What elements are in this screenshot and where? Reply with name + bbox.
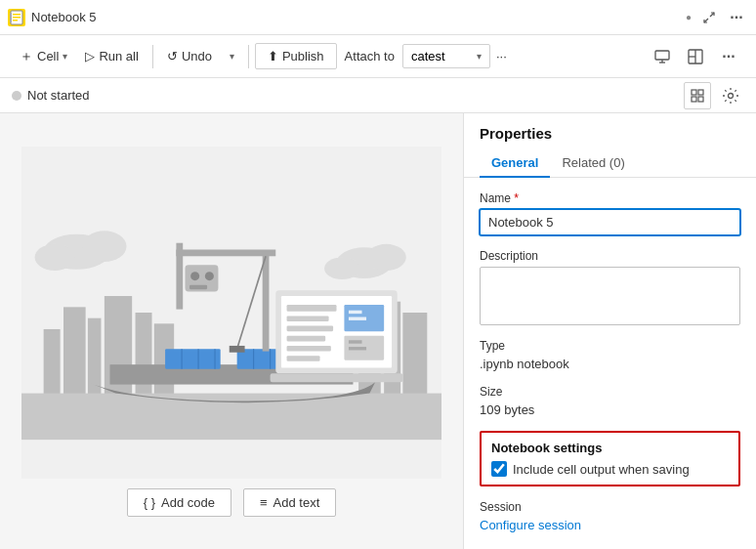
svg-rect-20 [63, 307, 86, 396]
svg-point-65 [205, 272, 214, 280]
svg-rect-1 [13, 14, 21, 16]
undo-button[interactable]: ↺ Undo [159, 44, 220, 68]
svg-rect-7 [655, 51, 669, 60]
undo-more-arrow: ▾ [230, 51, 234, 62]
svg-point-64 [190, 272, 199, 280]
properties-content: Name * Description Type .ipynb notebook … [464, 178, 756, 546]
main-content: { } Add code ≡ Add text Properties Gener… [0, 113, 756, 549]
tab-general[interactable]: General [480, 149, 550, 178]
cell-button[interactable]: ＋ Cell ▾ [12, 43, 75, 70]
run-icon: ▷ [85, 49, 95, 63]
add-code-button[interactable]: { } Add code [127, 488, 231, 517]
notebook-canvas [21, 147, 441, 479]
svg-rect-47 [230, 345, 245, 352]
type-label: Type [480, 339, 740, 353]
status-bar: Not started [0, 78, 756, 113]
undo-icon: ↺ [167, 49, 178, 63]
svg-rect-3 [13, 20, 18, 21]
cell-buttons-row: { } Add code ≡ Add text [127, 488, 337, 517]
description-label: Description [480, 249, 740, 263]
more-dots-icon: ··· [496, 49, 507, 63]
divider-1 [152, 45, 153, 68]
include-output-label: Include cell output when saving [513, 462, 690, 477]
svg-point-32 [366, 243, 406, 270]
attach-value: catest [411, 49, 477, 63]
svg-rect-4 [10, 13, 12, 22]
name-group: Name * [480, 191, 740, 235]
notebook-area: { } Add code ≡ Add text [0, 113, 463, 549]
monitor-icon-button[interactable] [647, 41, 678, 72]
code-icon: { } [144, 495, 155, 510]
divider-2 [248, 45, 249, 68]
svg-point-30 [35, 243, 75, 270]
attach-chevron-icon: ▾ [477, 51, 482, 62]
svg-rect-43 [263, 251, 270, 351]
include-output-checkbox[interactable] [491, 461, 507, 477]
svg-rect-13 [692, 90, 696, 95]
svg-rect-50 [287, 305, 337, 312]
svg-rect-2 [13, 17, 21, 19]
attach-dropdown[interactable]: catest ▾ [402, 44, 490, 68]
toolbar-more-button[interactable]: ··· [492, 44, 511, 68]
svg-point-29 [82, 231, 126, 262]
status-dot [12, 91, 21, 101]
svg-rect-44 [176, 249, 275, 256]
properties-panel: Properties General Related (0) Name * De… [463, 113, 756, 549]
svg-rect-16 [698, 97, 703, 102]
session-label: Session [480, 500, 740, 514]
publish-button[interactable]: ⬆ Publish [255, 43, 337, 69]
size-value: 109 bytes [480, 402, 740, 417]
ellipsis-icon-button[interactable]: ··· [713, 41, 744, 72]
publish-icon: ⬆ [268, 49, 278, 63]
add-text-button[interactable]: ≡ Add text [243, 488, 336, 517]
svg-rect-34 [21, 393, 441, 440]
toolbar: ＋ Cell ▾ ▷ Run all ↺ Undo ▾ ⬆ Publish At… [0, 35, 756, 78]
svg-rect-66 [189, 284, 207, 289]
name-label: Name * [480, 191, 740, 205]
svg-rect-58 [349, 317, 366, 319]
svg-point-17 [729, 93, 734, 98]
svg-rect-52 [287, 325, 334, 331]
svg-point-33 [324, 257, 359, 279]
status-text: Not started [27, 88, 90, 103]
svg-rect-53 [287, 335, 326, 341]
undo-dropdown-button[interactable]: ▾ [222, 46, 242, 66]
grid-view-button[interactable] [684, 82, 711, 109]
notebook-illustration [21, 147, 441, 479]
expand-button[interactable] [697, 6, 721, 29]
svg-rect-27 [402, 313, 427, 396]
session-group: Session Configure session [480, 500, 740, 532]
svg-rect-51 [287, 316, 329, 321]
attach-label: Attach to [339, 44, 400, 68]
text-icon: ≡ [260, 495, 268, 510]
type-group: Type .ipynb notebook [480, 339, 740, 371]
size-group: Size 109 bytes [480, 385, 740, 417]
name-input[interactable] [480, 209, 740, 235]
notebook-settings-box: Notebook settings Include cell output wh… [480, 431, 740, 486]
description-input[interactable] [480, 267, 740, 325]
svg-rect-14 [698, 90, 703, 95]
title-bar: Notebook 5 ● ··· [0, 0, 756, 35]
svg-rect-54 [287, 345, 331, 351]
svg-rect-61 [349, 347, 366, 350]
configure-session-link[interactable]: Configure session [480, 518, 740, 532]
svg-rect-57 [349, 310, 362, 313]
more-options-button[interactable]: ··· [725, 6, 748, 29]
svg-rect-60 [349, 340, 362, 343]
svg-rect-36 [165, 349, 221, 368]
cell-dropdown-arrow: ▾ [63, 51, 67, 62]
svg-rect-55 [287, 356, 320, 361]
include-output-row: Include cell output when saving [491, 461, 729, 477]
properties-title: Properties [464, 113, 756, 142]
title-controls: ··· [697, 6, 748, 29]
type-value: .ipynb notebook [480, 357, 740, 371]
settings-gear-button[interactable] [717, 82, 744, 109]
run-all-button[interactable]: ▷ Run all [77, 44, 146, 68]
svg-rect-45 [176, 242, 183, 309]
svg-rect-21 [88, 317, 102, 395]
svg-rect-62 [271, 373, 403, 382]
tab-related[interactable]: Related (0) [550, 149, 636, 178]
svg-rect-19 [44, 328, 61, 395]
notebook-icon [8, 9, 25, 26]
layout-icon-button[interactable] [680, 41, 711, 72]
